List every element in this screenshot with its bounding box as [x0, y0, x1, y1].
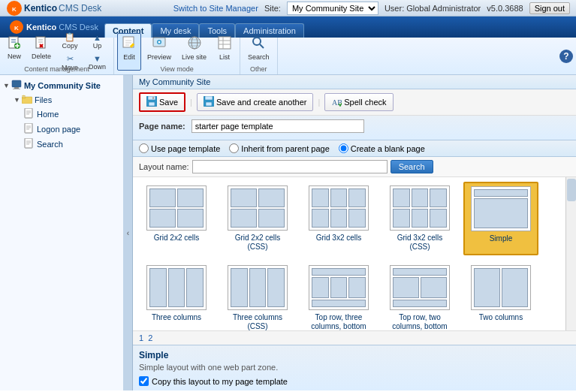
- svg-text:K: K: [14, 25, 19, 32]
- layout-item-simple[interactable]: Simple: [463, 182, 538, 255]
- sidebar-item-root[interactable]: ▼ My Community Site: [0, 78, 123, 93]
- files-expand-icon[interactable]: ▼: [14, 96, 20, 104]
- switch-to-site-manager-link[interactable]: Switch to Site Manager: [173, 4, 258, 13]
- spell-check-button[interactable]: ABC Spell check: [324, 93, 393, 111]
- layout-grid: Grid 2x2 cells: [139, 182, 562, 330]
- files-folder-icon: [22, 95, 32, 105]
- layout-scrollbar[interactable]: [565, 177, 576, 330]
- grid-row-1: [312, 188, 366, 207]
- delete-button[interactable]: Delete: [27, 34, 56, 70]
- page-1-link[interactable]: 1: [139, 333, 143, 342]
- svg-rect-52: [148, 96, 155, 100]
- svg-point-32: [253, 38, 261, 45]
- middle-row: [393, 277, 447, 298]
- layout-icon-top-three-bottom: [309, 265, 369, 310]
- layout-item-top-two-bottom[interactable]: Top row, two columns, bottom row: [382, 261, 457, 330]
- sidebar-collapse-handle[interactable]: ‹: [124, 75, 133, 390]
- radio-blank[interactable]: Create a blank page: [339, 143, 425, 153]
- scrollbar-thumb[interactable]: [567, 179, 576, 201]
- logo-cms-text: CMS Desk: [59, 3, 101, 14]
- live-site-button[interactable]: Live site: [177, 33, 211, 71]
- radio-blank-input[interactable]: [339, 143, 348, 153]
- cell: [421, 277, 447, 298]
- cell: [231, 188, 257, 207]
- copy-button[interactable]: 📋 Copy: [57, 30, 83, 52]
- layout-search-bar: Layout name: Search: [133, 157, 576, 177]
- site-label: Site:: [264, 4, 281, 13]
- radio-use-page[interactable]: Use page template: [139, 143, 220, 153]
- help-button[interactable]: ?: [559, 50, 573, 63]
- down-icon: ▼: [93, 54, 101, 63]
- svg-rect-57: [206, 102, 212, 106]
- sign-out-button[interactable]: Sign out: [529, 2, 570, 14]
- home-page-icon: [24, 108, 35, 120]
- layout-icon-top-two-bottom: [390, 265, 450, 310]
- layout-search-button[interactable]: Search: [391, 160, 433, 173]
- layout-item-grid-2x2-css[interactable]: Grid 2x2 cells (CSS): [220, 182, 295, 255]
- layout-container: Grid 2x2 cells: [133, 177, 576, 330]
- layout-search-input[interactable]: [192, 160, 388, 173]
- breadcrumb: My Community Site: [133, 75, 576, 89]
- page-icon: [24, 108, 35, 119]
- radio-use-page-input[interactable]: [139, 143, 149, 153]
- spell-check-icon: ABC: [331, 96, 342, 108]
- description-title: Simple: [139, 350, 570, 360]
- top-bar-right: Switch to Site Manager Site: My Communit…: [173, 2, 570, 15]
- search-toolbar-button[interactable]: Search: [243, 33, 274, 71]
- cell: [149, 209, 176, 228]
- copy-checkbox-label: Copy this layout to my page template: [152, 377, 288, 386]
- layout-label-three-columns-css: Three columns (CSS): [224, 313, 291, 330]
- pagination: 1 2: [133, 330, 576, 345]
- cell: [312, 277, 329, 298]
- list-button[interactable]: List: [213, 33, 237, 71]
- layout-label-grid-2x2-css: Grid 2x2 cells (CSS): [224, 234, 291, 252]
- sidebar-item-logon[interactable]: Logon page: [0, 122, 123, 137]
- kentico-logo-icon: K: [6, 0, 23, 17]
- up-button[interactable]: ▲ Up: [84, 31, 110, 52]
- layout-item-three-columns-css[interactable]: Three columns (CSS): [220, 261, 295, 330]
- sidebar-item-files[interactable]: ▼ Files: [0, 93, 123, 107]
- new-label: New: [8, 53, 21, 60]
- cell: [330, 188, 348, 207]
- save-icon: [146, 96, 157, 108]
- save-floppy-icon: [146, 96, 157, 107]
- two-col-row: [474, 268, 528, 307]
- new-page-icon: [8, 36, 21, 50]
- layout-item-two-columns[interactable]: Two columns: [463, 261, 538, 330]
- cell: [348, 188, 366, 207]
- radio-inherit-input[interactable]: [229, 143, 239, 153]
- new-button[interactable]: New: [3, 34, 26, 70]
- spell-check-icon-svg: ABC: [331, 96, 342, 107]
- sidebar-item-search[interactable]: Search: [0, 137, 123, 152]
- save-create-button[interactable]: Save and create another: [197, 93, 313, 111]
- page-name-row: Page name:: [139, 119, 570, 133]
- save-button[interactable]: Save: [139, 92, 185, 112]
- copy-checkbox-input[interactable]: [139, 376, 149, 386]
- page-name-input[interactable]: [191, 119, 364, 133]
- radio-inherit[interactable]: Inherit from parent page: [229, 143, 329, 153]
- action-bar: Save | Save and create another | ABC: [133, 89, 576, 116]
- form-section: Page name:: [133, 116, 576, 140]
- sidebar-item-home[interactable]: Home: [0, 107, 123, 122]
- delete-label: Delete: [32, 53, 51, 60]
- layout-item-grid-3x2-css[interactable]: Grid 3x2 cells (CSS): [382, 182, 457, 255]
- top-cell: [393, 268, 447, 276]
- content-area: My Community Site Save |: [133, 75, 576, 390]
- svg-rect-43: [25, 123, 32, 133]
- page-icon-2: [24, 123, 35, 134]
- grid-row-2: [231, 209, 285, 228]
- svg-rect-34: [12, 80, 21, 87]
- cell: [430, 209, 447, 228]
- site-selector[interactable]: My Community Site: [287, 2, 378, 15]
- svg-rect-39: [25, 108, 32, 118]
- layout-item-grid-3x2[interactable]: Grid 3x2 cells: [301, 182, 376, 255]
- page-2-link[interactable]: 2: [148, 333, 152, 342]
- root-expand-icon[interactable]: ▼: [3, 82, 10, 89]
- layout-item-three-columns[interactable]: Three columns: [139, 261, 214, 330]
- live-site-globe-icon: [187, 35, 202, 50]
- save-create-label: Save and create another: [216, 98, 306, 107]
- preview-button[interactable]: Preview: [143, 33, 176, 71]
- layout-item-top-three-bottom[interactable]: Top row, three columns, bottom row: [301, 261, 376, 330]
- layout-item-grid-2x2[interactable]: Grid 2x2 cells: [139, 182, 214, 255]
- edit-button[interactable]: Edit: [117, 33, 141, 71]
